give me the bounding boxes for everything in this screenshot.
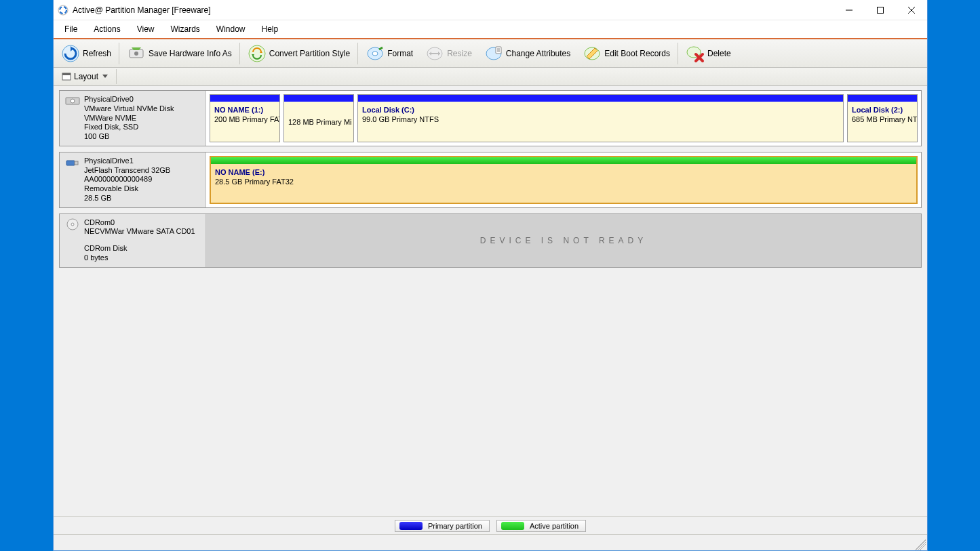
save-icon: [127, 44, 146, 63]
svg-point-24: [71, 223, 74, 226]
partition-stripe: [358, 95, 843, 102]
convert-button[interactable]: Convert Partition Style: [242, 41, 355, 66]
svg-point-11: [372, 52, 378, 56]
legend-primary: Primary partition: [395, 520, 490, 532]
svg-rect-22: [75, 161, 78, 165]
format-label: Format: [387, 49, 413, 58]
partition-stripe: [211, 157, 916, 164]
resize-grip[interactable]: [915, 539, 926, 550]
layout-bar: Layout: [54, 68, 927, 86]
minimize-button[interactable]: [834, 0, 865, 20]
partition-detail: 28.5 GB Primary FAT32: [215, 178, 912, 186]
drive-list: PhysicalDrive0 VMware Virtual NVMe Disk …: [54, 86, 927, 516]
resize-button[interactable]: Resize: [420, 41, 477, 66]
legend: Primary partition Active partition: [54, 516, 927, 534]
partition-area-empty: DEVICE IS NOT READY: [206, 214, 921, 267]
drive-line: VMWare NVME: [84, 114, 174, 123]
change-attr-button[interactable]: Change Attributes: [479, 41, 576, 66]
partition-name: Local Disk (C:): [362, 106, 839, 114]
partition-stripe: [848, 95, 917, 102]
partition[interactable]: Local Disk (2:) 685 MB Primary NT: [847, 94, 918, 142]
close-button[interactable]: [896, 0, 927, 20]
save-hw-button[interactable]: Save Hardware Info As: [121, 41, 237, 66]
usb-icon: [65, 157, 80, 169]
menu-actions[interactable]: Actions: [87, 22, 127, 37]
window-title: Active@ Partition Manager [Freeware]: [73, 5, 834, 15]
partition-stripe: [210, 95, 279, 102]
resize-icon: [425, 44, 444, 63]
swatch-active: [501, 522, 524, 530]
swatch-primary: [399, 522, 423, 530]
drive-name: CDRom0: [84, 218, 195, 228]
titlebar: Active@ Partition Manager [Freeware]: [54, 0, 927, 20]
refresh-button[interactable]: Refresh: [56, 41, 117, 66]
drive-info: PhysicalDrive1 JetFlash Transcend 32GB A…: [60, 152, 206, 207]
drive-line: Removable Disk: [84, 184, 170, 194]
drive-line: Fixed Disk, SSD: [84, 123, 174, 132]
menu-window[interactable]: Window: [210, 22, 252, 37]
drive-line: AA00000000000489: [84, 175, 170, 184]
delete-button[interactable]: Delete: [680, 41, 737, 66]
drive-name: PhysicalDrive1: [84, 157, 170, 166]
resize-label: Resize: [447, 49, 472, 58]
drive-row[interactable]: PhysicalDrive0 VMware Virtual NVMe Disk …: [59, 90, 922, 146]
layout-label: Layout: [74, 72, 98, 81]
drive-info: CDRom0 NECVMWar VMware SATA CD01 CDRom D…: [60, 214, 206, 267]
refresh-label: Refresh: [83, 49, 111, 58]
partition-selected[interactable]: NO NAME (E:) 28.5 GB Primary FAT32: [210, 156, 918, 204]
chevron-down-icon: [102, 75, 108, 79]
statusbar: [54, 534, 927, 550]
format-button[interactable]: Format: [360, 41, 418, 66]
change-attr-label: Change Attributes: [506, 49, 570, 58]
partition-name: NO NAME (E:): [215, 168, 912, 176]
svg-rect-18: [62, 73, 71, 75]
legend-active-label: Active partition: [530, 522, 579, 530]
layout-icon: [62, 72, 71, 81]
partition-name: NO NAME (1:): [214, 106, 275, 114]
partition[interactable]: Local Disk (C:) 99.0 GB Primary NTFS: [357, 94, 844, 142]
toolbar: Refresh Save Hardware Info As Convert Pa…: [54, 39, 927, 68]
hdd-icon: [65, 95, 80, 107]
maximize-button[interactable]: [865, 0, 896, 20]
menubar: File Actions View Wizards Window Help: [54, 20, 927, 39]
drive-row[interactable]: PhysicalDrive1 JetFlash Transcend 32GB A…: [59, 152, 922, 208]
refresh-icon: [61, 44, 80, 63]
app-window: Active@ Partition Manager [Freeware] Fil…: [53, 0, 928, 551]
drive-line: JetFlash Transcend 32GB: [84, 166, 170, 176]
drive-row[interactable]: CDRom0 NECVMWar VMware SATA CD01 CDRom D…: [59, 213, 922, 268]
drive-line: VMware Virtual NVMe Disk: [84, 104, 174, 114]
edit-boot-button[interactable]: Edit Boot Records: [577, 41, 675, 66]
svg-rect-3: [878, 7, 884, 13]
drive-line: 28.5 GB: [84, 194, 170, 203]
menu-wizards[interactable]: Wizards: [164, 22, 207, 37]
edit-boot-icon: [583, 44, 602, 63]
not-ready-text: DEVICE IS NOT READY: [480, 236, 647, 245]
partition-detail: 99.0 GB Primary NTFS: [362, 115, 839, 123]
cdrom-icon: [65, 218, 80, 230]
svg-point-20: [71, 99, 75, 103]
drive-line: NECVMWar VMware SATA CD01: [84, 227, 195, 237]
partition[interactable]: NO NAME (1:) 200 MB Primary FAT: [210, 94, 280, 142]
menu-view[interactable]: View: [130, 22, 161, 37]
convert-label: Convert Partition Style: [269, 49, 350, 58]
partition-name: Local Disk (2:): [852, 106, 913, 114]
svg-point-8: [134, 52, 138, 56]
attributes-icon: [484, 44, 503, 63]
drive-name: PhysicalDrive0: [84, 95, 174, 104]
save-hw-label: Save Hardware Info As: [149, 49, 232, 58]
menu-file[interactable]: File: [58, 22, 84, 37]
drive-line: CDRom Disk: [84, 244, 195, 253]
partition-stripe: [284, 95, 353, 102]
convert-icon: [248, 44, 267, 63]
legend-active: Active partition: [496, 520, 586, 532]
layout-button[interactable]: Layout: [56, 70, 113, 83]
partition[interactable]: 128 MB Primary Mi: [283, 94, 354, 142]
menu-help[interactable]: Help: [255, 22, 286, 37]
app-icon: [58, 5, 68, 16]
drive-line: 100 GB: [84, 132, 174, 142]
delete-icon: [686, 44, 705, 63]
format-icon: [366, 44, 385, 63]
partition-area: NO NAME (E:) 28.5 GB Primary FAT32: [206, 152, 921, 207]
legend-primary-label: Primary partition: [428, 522, 482, 530]
partition-detail: 685 MB Primary NT: [852, 115, 913, 123]
